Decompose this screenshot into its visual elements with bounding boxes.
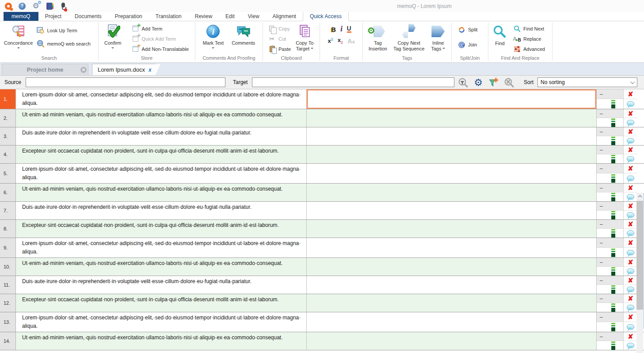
not-confirmed-x-icon[interactable]: ✘ xyxy=(624,127,637,136)
copy-to-target-button[interactable]: Copy To Target xyxy=(293,23,316,52)
dictation-mic-icon[interactable] xyxy=(59,2,67,10)
segment-source-cell[interactable]: Ut·​enim·​ad·​minim·​veniam,·​quis·​nost… xyxy=(16,109,307,127)
segment-number[interactable]: 3. xyxy=(0,127,16,145)
ribbon-tab-view[interactable]: View xyxy=(241,12,266,21)
comment-bubble-icon[interactable] xyxy=(627,101,634,107)
segment-number[interactable]: 2. xyxy=(0,109,16,127)
segment-number[interactable]: 7. xyxy=(0,202,16,219)
scroll-up-button[interactable] xyxy=(636,193,643,200)
help-icon[interactable]: ? xyxy=(18,2,26,10)
segment-target-cell[interactable] xyxy=(307,146,597,163)
ribbon-tab-memoq[interactable]: memoQ xyxy=(4,12,38,21)
mark-text-button[interactable]: i Mark Text xyxy=(201,23,226,50)
comments-button[interactable]: Comments xyxy=(229,23,257,46)
segment-source-cell[interactable]: Duis·​aute·​irure·​dolor·​in·​reprehende… xyxy=(16,127,307,145)
comment-bubble-icon[interactable] xyxy=(627,305,634,310)
segment-source-cell[interactable]: Excepteur·​sint·​occaecat·​cupidatat·​no… xyxy=(16,146,307,163)
find-button[interactable]: Find xyxy=(490,23,510,47)
not-confirmed-x-icon[interactable]: ✘ xyxy=(624,276,637,285)
advanced-find-button[interactable]: Advanced xyxy=(511,44,547,54)
clear-filter-icon[interactable] xyxy=(503,77,515,88)
segment-target-cell[interactable] xyxy=(307,258,597,276)
segment-target-cell[interactable] xyxy=(307,89,597,109)
ribbon-tab-quick-access[interactable]: Quick Access xyxy=(303,12,349,21)
subscript-icon[interactable]: x2 xyxy=(338,37,343,45)
comment-bubble-icon[interactable] xyxy=(627,324,634,330)
comment-bubble-icon[interactable] xyxy=(627,287,634,292)
comment-bubble-icon[interactable] xyxy=(627,343,634,348)
segment-target-cell[interactable] xyxy=(307,294,597,312)
comment-bubble-icon[interactable] xyxy=(627,269,634,274)
comment-bubble-icon[interactable] xyxy=(627,250,634,255)
settings-gears-icon[interactable]: ⚙ xyxy=(32,2,40,10)
segment-source-cell[interactable]: Excepteur·​sint·​occaecat·​cupidatat·​no… xyxy=(16,294,307,312)
concordance-button[interactable]: Concordance xyxy=(2,23,35,50)
look-up-term-button[interactable]: Look Up Term xyxy=(35,25,92,35)
resources-book-icon[interactable] xyxy=(46,2,53,10)
segment-target-cell[interactable] xyxy=(307,332,597,350)
underline-icon[interactable]: U xyxy=(347,26,351,33)
ribbon-tab-translation[interactable]: Translation xyxy=(149,12,188,21)
bold-icon[interactable]: B xyxy=(331,26,336,33)
source-filter-input[interactable] xyxy=(26,77,225,87)
join-button[interactable]: Join xyxy=(456,38,479,51)
segment-source-cell[interactable]: Duis·​aute·​irure·​dolor·​in·​reprehende… xyxy=(16,276,307,294)
segment-target-cell[interactable] xyxy=(307,109,597,127)
scrollbar-thumb[interactable] xyxy=(636,201,643,310)
confirm-dropdown-caret[interactable] xyxy=(111,47,114,50)
not-confirmed-x-icon[interactable]: ✘ xyxy=(624,332,637,341)
not-confirmed-x-icon[interactable]: ✘ xyxy=(624,238,637,248)
replace-button[interactable]: A▸B Replace xyxy=(511,34,547,44)
filter-search-icon[interactable] xyxy=(457,77,469,88)
copy-next-tag-sequence-button[interactable]: Copy Next Tag Sequence xyxy=(391,23,427,52)
segment-number[interactable]: 13. xyxy=(0,312,16,332)
segment-number[interactable]: 4. xyxy=(0,146,16,163)
segment-number[interactable]: 6. xyxy=(0,184,16,201)
comment-bubble-icon[interactable] xyxy=(627,156,634,161)
not-confirmed-x-icon[interactable]: ✘ xyxy=(624,312,637,322)
inline-tags-dropdown-caret[interactable] xyxy=(442,48,445,50)
not-confirmed-x-icon[interactable]: ✘ xyxy=(624,220,637,229)
segment-target-cell[interactable] xyxy=(307,184,597,201)
comment-bubble-icon[interactable] xyxy=(627,120,634,125)
segment-source-cell[interactable]: Excepteur·​sint·​occaecat·​cupidatat·​no… xyxy=(16,220,307,238)
ribbon-tab-project[interactable]: Project xyxy=(38,12,68,21)
segment-number[interactable]: 12. xyxy=(0,294,16,312)
segment-number[interactable]: 11. xyxy=(0,276,16,294)
add-non-translatable-button[interactable]: + Add Non-Translatable xyxy=(130,44,191,54)
segment-source-cell[interactable]: Ut·​enim·​ad·​minim·​veniam,·​quis·​nost… xyxy=(16,184,307,201)
segment-number[interactable]: 8. xyxy=(0,220,16,238)
not-confirmed-x-icon[interactable]: ✘ xyxy=(624,89,637,99)
segment-target-cell[interactable] xyxy=(307,164,597,183)
segment-source-cell[interactable]: Lorem·​ipsum·​dolor·​sit·​amet,·​consect… xyxy=(16,312,307,332)
segment-source-cell[interactable]: Lorem·​ipsum·​dolor·​sit·​amet,·​consect… xyxy=(16,164,307,183)
sort-dropdown[interactable]: No sorting xyxy=(537,77,637,87)
project-home-close-icon[interactable]: ✕ xyxy=(80,67,87,73)
tab-document-lorem-ipsum[interactable]: Lorem Ipsum.docx x xyxy=(92,64,156,75)
segment-source-cell[interactable]: Lorem·​ipsum·​dolor·​sit·​amet,·​consect… xyxy=(16,238,307,257)
segment-target-cell[interactable] xyxy=(307,220,597,238)
comment-bubble-icon[interactable] xyxy=(627,176,634,181)
segment-number[interactable]: 10. xyxy=(0,258,16,276)
tab-project-home[interactable]: Project home ✕ xyxy=(2,64,88,75)
segment-target-cell[interactable] xyxy=(307,276,597,294)
segment-number[interactable]: 14. xyxy=(0,332,16,350)
segment-target-cell[interactable] xyxy=(307,127,597,145)
cut-button[interactable]: ✂ Cut xyxy=(267,34,293,44)
add-filter-funnel-icon[interactable] xyxy=(487,77,499,88)
not-confirmed-x-icon[interactable]: ✘ xyxy=(624,294,637,303)
not-confirmed-x-icon[interactable]: ✘ xyxy=(624,258,637,267)
segment-source-cell[interactable]: Ut·​enim·​ad·​minim·​veniam,·​quis·​nost… xyxy=(16,258,307,276)
mark-text-dropdown-caret[interactable] xyxy=(212,47,214,50)
concordance-dropdown-caret[interactable] xyxy=(17,47,20,50)
comment-bubble-icon[interactable] xyxy=(627,138,634,143)
segment-target-cell[interactable] xyxy=(307,312,597,332)
memoq-web-search-button[interactable]: memoQ web search xyxy=(35,38,92,49)
segment-target-cell[interactable] xyxy=(307,202,597,219)
ribbon-tab-alignment[interactable]: Alignment xyxy=(266,12,303,21)
paste-button[interactable]: Paste xyxy=(267,44,293,54)
ribbon-tab-documents[interactable]: Documents xyxy=(68,12,108,21)
segment-target-cell[interactable] xyxy=(307,238,597,257)
vertical-scrollbar[interactable] xyxy=(636,193,643,353)
tag-insertion-button[interactable]: ⚙ Tag Insertion xyxy=(366,23,389,52)
